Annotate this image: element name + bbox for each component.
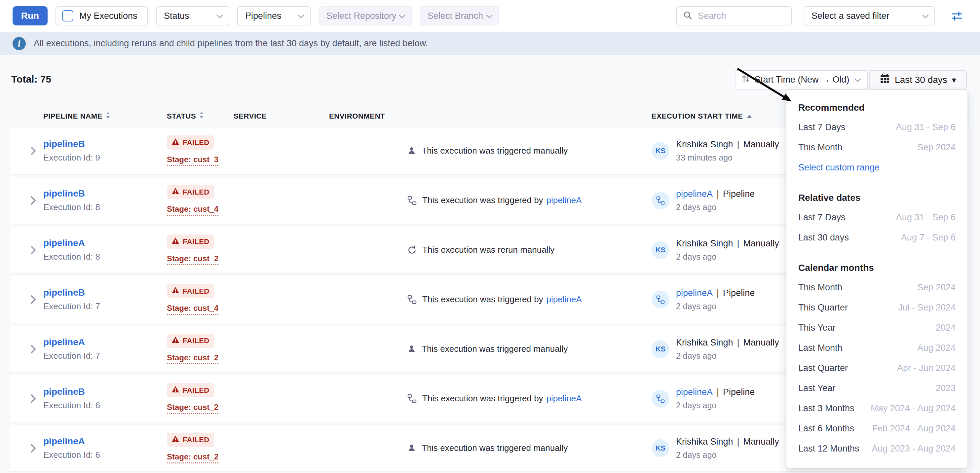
date-menu-item[interactable]: Last Quarter Apr - Jun 2024 — [798, 358, 956, 378]
status-badge: FAILED — [167, 135, 214, 150]
my-executions-checkbox[interactable] — [62, 10, 73, 21]
saved-filter-dropdown[interactable]: Select a saved filter — [803, 6, 935, 25]
failed-stage-link[interactable]: Stage: cust_4 — [167, 303, 218, 315]
date-menu-item-range: May 2024 - Aug 2024 — [871, 403, 956, 414]
date-menu-item[interactable]: This Month Sep 2024 — [798, 137, 956, 157]
run-button[interactable]: Run — [13, 6, 48, 25]
filter-sliders-icon[interactable] — [950, 9, 964, 22]
avatar — [652, 390, 670, 408]
column-environment-label: ENVIRONMENT — [329, 112, 385, 121]
failed-stage-link[interactable]: Stage: cust_2 — [167, 452, 218, 463]
sort-asc-icon — [746, 112, 752, 121]
pipeline-name-cell: pipelineA Execution Id: 7 — [43, 337, 167, 361]
date-menu-item[interactable]: Last 7 Days Aug 31 - Sep 6 — [798, 117, 956, 137]
warning-triangle-icon — [172, 187, 180, 197]
date-menu-item-label: Last 7 Days — [798, 122, 846, 132]
search-icon — [682, 10, 692, 21]
start-text: Krishika Singh | Manually 2 days ago — [676, 436, 779, 460]
failed-stage-link[interactable]: Stage: cust_4 — [167, 205, 218, 216]
status-label: FAILED — [183, 386, 210, 395]
date-menu-item-range: Aug 31 - Sep 6 — [896, 122, 956, 132]
person-icon — [407, 344, 416, 354]
date-menu-item-range: Aug 2024 — [917, 343, 956, 353]
row-expand-chevron[interactable] — [10, 295, 43, 305]
pipelines-dropdown[interactable]: Pipelines — [237, 6, 310, 25]
column-status[interactable]: STATUS — [167, 111, 234, 121]
trigger-pipeline-link[interactable]: pipelineA — [547, 394, 582, 404]
pipeline-name-link[interactable]: pipelineA — [43, 238, 85, 248]
row-expand-chevron[interactable] — [10, 245, 43, 255]
caret-down-icon: ▾ — [952, 76, 956, 84]
chevron-down-icon — [854, 75, 861, 85]
select-branch-dropdown[interactable]: Select Branch — [420, 6, 499, 25]
date-menu-section-header: Relative dates — [798, 188, 956, 208]
execution-id: Execution Id: 6 — [43, 400, 167, 411]
date-menu-item[interactable]: Last 7 Days Aug 31 - Sep 6 — [798, 208, 956, 228]
date-menu-item[interactable]: Select custom range — [798, 157, 956, 178]
executions-content: Total: 75 Start Time (New → Old) — [0, 55, 980, 473]
starter-name[interactable]: Krishika Singh — [676, 436, 733, 447]
start-time: 2 days ago — [676, 252, 779, 262]
pipeline-name-link[interactable]: pipelineB — [43, 188, 85, 198]
search-input[interactable] — [697, 11, 785, 21]
status-badge: FAILED — [167, 433, 214, 447]
date-menu-item[interactable]: This Quarter Jul - Sep 2024 — [798, 298, 956, 318]
row-expand-chevron[interactable] — [10, 443, 43, 453]
start-time: 33 minutes ago — [676, 153, 779, 162]
row-expand-chevron[interactable] — [10, 344, 43, 354]
failed-stage-link[interactable]: Stage: cust_2 — [167, 254, 218, 265]
start-text: pipelineA | Pipeline 2 days ago — [676, 387, 755, 410]
date-menu-item[interactable]: Last 12 Months Aug 2023 - Aug 2024 — [798, 439, 956, 459]
failed-stage-link[interactable]: Stage: cust_3 — [167, 155, 218, 166]
date-menu-item[interactable]: Last Year 2023 — [798, 378, 956, 398]
column-pipeline-name[interactable]: PIPELINE NAME — [43, 111, 167, 121]
starter-name[interactable]: Krishika Singh — [676, 338, 733, 348]
starter-name[interactable]: pipelineA — [676, 189, 713, 199]
date-menu-item-label: Last Year — [798, 383, 835, 394]
starter-name[interactable]: pipelineA — [676, 387, 713, 397]
pipeline-trigger-icon — [407, 295, 417, 305]
pipeline-name-link[interactable]: pipelineB — [43, 139, 85, 149]
avatar-initials: KS — [655, 444, 666, 452]
status-dropdown[interactable]: Status — [156, 6, 229, 25]
date-menu-item[interactable]: Last Month Aug 2024 — [798, 338, 956, 358]
row-expand-chevron[interactable] — [10, 146, 43, 156]
date-menu-item[interactable]: Last 30 days Aug 7 - Sep 6 — [798, 228, 956, 248]
trigger-pipeline-link[interactable]: pipelineA — [547, 195, 582, 205]
date-menu-item[interactable]: This Year 2024 — [798, 318, 956, 338]
warning-triangle-icon — [172, 386, 180, 395]
date-menu-item-range: Feb 2024 - Aug 2024 — [872, 424, 956, 434]
info-banner-text: All executions, including reruns and chi… — [34, 38, 428, 49]
status-badge: FAILED — [167, 333, 214, 348]
my-executions-filter[interactable]: My Executions — [56, 6, 148, 25]
failed-stage-link[interactable]: Stage: cust_2 — [167, 403, 218, 414]
pipeline-name-link[interactable]: pipelineA — [43, 436, 85, 446]
starter-name[interactable]: Krishika Singh — [676, 140, 733, 150]
column-execution-start-time-label: EXECUTION START TIME — [652, 112, 743, 121]
select-repository-dropdown[interactable]: Select Repository — [318, 6, 412, 25]
pipeline-name-link[interactable]: pipelineA — [43, 337, 85, 347]
pipeline-name-link[interactable]: pipelineB — [43, 386, 85, 397]
executions-page: Run My Executions Status Pipelines Selec… — [0, 0, 980, 473]
starter-name[interactable]: pipelineA — [676, 288, 713, 298]
date-menu-item-label: Last 30 days — [798, 233, 849, 243]
row-expand-chevron[interactable] — [10, 195, 43, 205]
date-range-button[interactable]: Last 30 days ▾ — [869, 70, 967, 89]
failed-stage-link[interactable]: Stage: cust_2 — [167, 353, 218, 364]
separator: | — [737, 436, 740, 447]
trigger-info: This execution was triggered by pipeline… — [407, 294, 652, 305]
sort-dropdown[interactable]: Start Time (New → Old) — [735, 70, 868, 89]
status-label: FAILED — [183, 336, 210, 345]
pipeline-name-link[interactable]: pipelineB — [43, 287, 85, 298]
date-menu-item-label: This Month — [798, 283, 843, 293]
separator: | — [717, 189, 719, 199]
trigger-pipeline-link[interactable]: pipelineA — [547, 294, 582, 305]
row-expand-chevron[interactable] — [10, 394, 43, 404]
sort-icon — [741, 74, 750, 86]
starter-name[interactable]: Krishika Singh — [676, 238, 733, 249]
date-menu-item[interactable]: Last 3 Months May 2024 - Aug 2024 — [798, 398, 956, 419]
date-menu-item-range: Jul - Sep 2024 — [898, 303, 956, 313]
date-menu-item[interactable]: This Month Sep 2024 — [798, 278, 956, 298]
status-label: FAILED — [183, 238, 210, 246]
date-menu-item[interactable]: Last 6 Months Feb 2024 - Aug 2024 — [798, 419, 956, 439]
